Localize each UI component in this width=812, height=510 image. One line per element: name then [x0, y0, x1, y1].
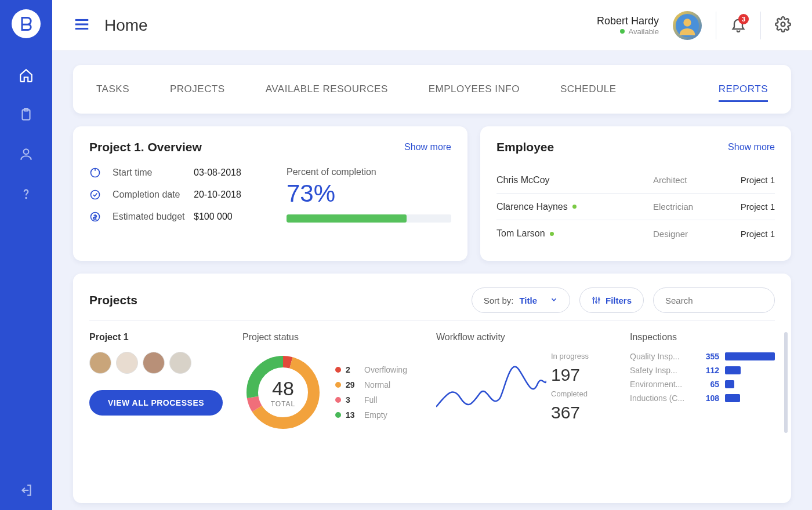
employee-row[interactable]: Chris McCoyArchitectProject 1	[496, 167, 775, 194]
tab-schedule[interactable]: SCHEDULE	[560, 67, 617, 111]
page-title: Home	[104, 16, 148, 35]
svg-point-9	[781, 22, 785, 26]
status-dot-icon	[620, 29, 625, 34]
employee-title: Employee	[496, 140, 554, 154]
employee-show-more[interactable]: Show more	[728, 142, 775, 152]
search-field[interactable]	[653, 287, 775, 313]
overview-title: Project 1. Overview	[89, 140, 202, 154]
user-name: Robert Hardy	[597, 15, 659, 27]
employee-row[interactable]: Clarence HaynesElectricianProject 1	[496, 194, 775, 220]
avatar[interactable]	[89, 352, 111, 374]
chevron-down-icon	[550, 296, 558, 305]
status-donut-chart: 48 TOTAL	[242, 352, 324, 433]
settings-button[interactable]	[775, 16, 791, 35]
legend-dot-icon	[335, 382, 341, 388]
avatar[interactable]	[143, 352, 165, 374]
legend-dot-icon	[335, 367, 341, 373]
nav-clipboard-icon[interactable]	[12, 101, 40, 129]
svg-point-18	[596, 301, 597, 303]
notifications-button[interactable]: 3	[730, 16, 746, 35]
scrollbar[interactable]	[784, 332, 788, 433]
sidebar	[0, 0, 52, 510]
main: Home Robert Hardy Available 3 TASKSPROJE…	[52, 0, 812, 510]
employee-row[interactable]: Tom LarsonDesignerProject 1	[496, 220, 775, 247]
menu-icon[interactable]	[73, 16, 90, 35]
avatar[interactable]	[116, 352, 138, 374]
workflow-in-progress: 197	[551, 365, 589, 385]
avatar[interactable]	[169, 352, 191, 374]
inspection-row: Inductions (C...108	[630, 394, 775, 403]
inspection-row: Environment...65	[630, 380, 775, 389]
legend-row: 29Normal	[335, 380, 407, 389]
svg-point-12	[91, 191, 100, 199]
tab-employees-info[interactable]: EMPLOYEES INFO	[429, 67, 520, 111]
overview-row-icon	[89, 167, 102, 178]
projects-card: Projects Sort by: Title Filters	[73, 274, 791, 503]
online-dot-icon	[550, 232, 554, 236]
legend-dot-icon	[335, 412, 341, 418]
svg-point-17	[593, 298, 594, 300]
inspections-title: Inspections	[630, 332, 775, 343]
legend-row: 13Empty	[335, 410, 407, 420]
progress-bar	[287, 214, 451, 223]
workflow-sparkline	[436, 352, 546, 421]
legend-row: 2Overflowing	[335, 365, 407, 374]
inspection-bar	[725, 380, 734, 388]
overview-row: Estimated budget$100 000	[89, 211, 263, 223]
inspection-bar	[725, 394, 740, 402]
user-info[interactable]: Robert Hardy Available	[597, 15, 659, 36]
overview-row-icon	[89, 189, 102, 201]
svg-point-19	[598, 298, 600, 300]
nav-home-icon[interactable]	[12, 61, 40, 89]
search-input[interactable]	[665, 296, 775, 305]
svg-point-8	[683, 19, 691, 26]
view-all-processes-button[interactable]: VIEW ALL PROCESSES	[89, 390, 223, 416]
user-status: Available	[597, 27, 659, 36]
svg-point-2	[24, 149, 29, 154]
team-avatars[interactable]	[89, 352, 223, 374]
overview-row-icon	[89, 211, 102, 223]
overview-show-more[interactable]: Show more	[404, 142, 451, 152]
sliders-icon	[592, 296, 601, 305]
svg-point-3	[26, 198, 26, 198]
projects-title: Projects	[89, 293, 137, 307]
avatar[interactable]	[673, 11, 702, 40]
tab-tasks[interactable]: TASKS	[96, 67, 129, 111]
tab-available-resources[interactable]: AVAILABLE RESOURCES	[266, 67, 388, 111]
sort-dropdown[interactable]: Sort by: Title	[472, 287, 570, 313]
project-name: Project 1	[89, 332, 223, 343]
nav-user-icon[interactable]	[12, 140, 40, 168]
workflow-completed: 367	[551, 403, 589, 422]
workflow-title: Workflow activity	[436, 332, 610, 343]
topbar: Home Robert Hardy Available 3	[52, 0, 812, 51]
tab-projects[interactable]: PROJECTS	[170, 67, 225, 111]
nav-help-icon[interactable]	[12, 180, 40, 207]
notification-badge: 3	[738, 14, 749, 24]
overview-card: Project 1. Overview Show more Start time…	[73, 126, 467, 261]
legend-row: 3Full	[335, 395, 407, 405]
logo[interactable]	[12, 9, 41, 38]
inspection-bar	[725, 352, 775, 360]
status-title: Project status	[242, 332, 416, 343]
filters-button[interactable]: Filters	[579, 287, 644, 313]
nav-logout-icon[interactable]	[12, 476, 40, 504]
overview-row: Completion date20-10-2018	[89, 189, 263, 201]
gear-icon	[775, 16, 791, 32]
tabs: TASKSPROJECTSAVAILABLE RESOURCESEMPLOYEE…	[73, 65, 791, 114]
online-dot-icon	[572, 205, 577, 209]
employee-card: Employee Show more Chris McCoyArchitectP…	[480, 126, 791, 261]
tab-reports[interactable]: REPORTS	[719, 67, 768, 111]
percent-label: Percent of completion	[287, 167, 451, 177]
legend-dot-icon	[335, 397, 341, 403]
inspection-row: Safety Insp...112	[630, 366, 775, 375]
inspection-row: Quality Insp...355	[630, 352, 775, 361]
inspection-bar	[725, 366, 741, 374]
percent-value: 73%	[287, 180, 451, 207]
overview-row: Start time03-08-2018	[89, 167, 263, 178]
